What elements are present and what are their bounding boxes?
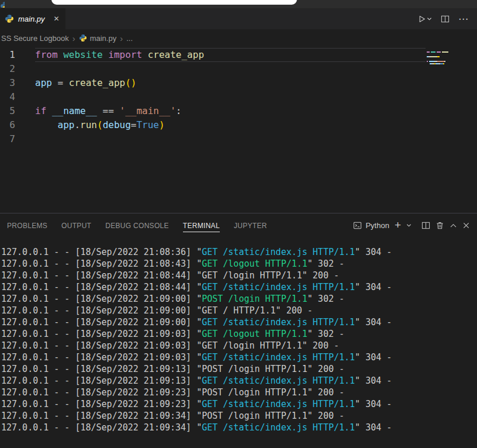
panel-actions: Python +	[353, 220, 477, 230]
terminal-line: 127.0.0.1 - - [18/Sep/2022 21:09:00] "GE…	[1, 305, 477, 316]
split-editor-icon	[441, 15, 450, 23]
new-terminal-button[interactable]: +	[395, 219, 401, 230]
bottom-panel: PROBLEMSOUTPUTDEBUG CONSOLETERMINALJUPYT…	[0, 213, 477, 433]
chevron-down-icon	[427, 17, 432, 21]
terminal-line: 127.0.0.1 - - [18/Sep/2022 21:09:34] "GE…	[1, 422, 477, 433]
breadcrumb-item[interactable]: main.py	[79, 34, 117, 43]
terminal-line: 127.0.0.1 - - [18/Sep/2022 21:09:00] "PO…	[1, 293, 477, 305]
line-number: 6	[0, 118, 15, 132]
terminal-profile[interactable]: Python	[353, 221, 389, 230]
terminal-line: 127.0.0.1 - - [18/Sep/2022 21:08:44] "GE…	[1, 270, 477, 281]
chevron-up-icon	[450, 223, 457, 228]
terminal-line: 127.0.0.1 - - [18/Sep/2022 21:08:43] "GE…	[1, 258, 477, 270]
terminal-line: 127.0.0.1 - - [18/Sep/2022 21:09:03] "GE…	[1, 351, 477, 363]
minimap-line	[427, 54, 450, 55]
close-tab-icon[interactable]: ✕	[54, 15, 60, 23]
code-line: if __name__ == '__main__':	[35, 104, 426, 118]
python-icon	[5, 14, 14, 23]
more-actions-button[interactable]: ⋯	[458, 13, 469, 25]
minimap-line	[427, 56, 450, 57]
code-line: app = create_app()	[35, 76, 426, 90]
code-line	[35, 132, 426, 146]
editor-code[interactable]: from website import create_appapp = crea…	[27, 48, 426, 213]
vscode-window: main.py ✕ ⋯ SS Secure Logbook› main.py›.…	[0, 0, 477, 433]
ellipsis-icon: ⋯	[458, 13, 469, 25]
editor-actions: ⋯	[417, 8, 477, 29]
edge-python-icon	[0, 1, 5, 8]
split-editor-button[interactable]	[441, 15, 450, 23]
kill-terminal-button[interactable]	[435, 221, 444, 230]
close-icon	[462, 222, 470, 229]
run-button[interactable]	[417, 15, 432, 23]
terminal-line: 127.0.0.1 - - [18/Sep/2022 21:09:23] "PO…	[1, 387, 477, 398]
terminal-icon	[353, 221, 362, 230]
panel-tab-debug-console[interactable]: DEBUG CONSOLE	[105, 218, 169, 232]
minimap[interactable]	[427, 51, 450, 68]
terminal-line: 127.0.0.1 - - [18/Sep/2022 21:09:00] "GE…	[1, 316, 477, 328]
code-line	[35, 90, 426, 104]
breadcrumb-item[interactable]: ...	[126, 34, 133, 43]
close-panel-button[interactable]	[462, 222, 470, 229]
maximize-panel-button[interactable]	[450, 223, 457, 228]
minimap-line	[427, 61, 450, 62]
breadcrumb-label: SS Secure Logbook	[1, 34, 69, 43]
minimap-line	[427, 66, 450, 67]
panel-header: PROBLEMSOUTPUTDEBUG CONSOLETERMINALJUPYT…	[0, 213, 477, 237]
code-line: app.run(debug=True)	[35, 118, 426, 132]
breadcrumb-item[interactable]: SS Secure Logbook	[1, 34, 69, 43]
line-number: 3	[0, 76, 15, 90]
terminal-line: 127.0.0.1 - - [18/Sep/2022 21:08:44] "GE…	[1, 281, 477, 293]
panel-tab-output[interactable]: OUTPUT	[61, 218, 91, 232]
terminal-line: 127.0.0.1 - - [18/Sep/2022 21:09:34] "PO…	[1, 410, 477, 422]
terminal-profile-label: Python	[365, 221, 389, 230]
terminal-dropdown-button[interactable]	[406, 223, 412, 228]
python-icon-slot	[5, 14, 14, 23]
editor-gutter: 1234567	[0, 48, 27, 213]
breadcrumb-label: ...	[126, 34, 133, 43]
trash-icon	[435, 221, 444, 230]
editor-tab-bar: main.py ✕ ⋯	[0, 8, 477, 29]
editor[interactable]: 1234567 from website import create_appap…	[0, 47, 477, 213]
line-number: 2	[0, 62, 15, 76]
terminal-line: 127.0.0.1 - - [18/Sep/2022 21:09:13] "PO…	[1, 363, 477, 375]
run-icon	[417, 15, 426, 23]
panel-tab-problems[interactable]: PROBLEMS	[7, 218, 47, 232]
minimap-line	[427, 58, 450, 60]
line-number: 5	[0, 104, 15, 118]
tab-title: main.py	[18, 15, 45, 23]
split-terminal-icon	[421, 221, 430, 230]
quick-input-popup[interactable]	[51, 0, 297, 5]
terminal-line: 127.0.0.1 - - [18/Sep/2022 21:09:23] "GE…	[1, 398, 477, 410]
line-number: 7	[0, 132, 15, 146]
terminal-line: 127.0.0.1 - - [18/Sep/2022 21:09:13] "GE…	[1, 375, 477, 387]
panel-tab-terminal[interactable]: TERMINAL	[183, 218, 220, 232]
code-line	[35, 62, 426, 76]
title-bar	[0, 0, 477, 8]
panel-tabs: PROBLEMSOUTPUTDEBUG CONSOLETERMINALJUPYT…	[0, 213, 274, 237]
code-line: from website import create_app	[35, 48, 426, 62]
breadcrumb-separator-icon: ›	[72, 33, 75, 43]
terminal-output[interactable]: 127.0.0.1 - - [18/Sep/2022 21:08:36] "GE…	[0, 237, 477, 433]
minimap-line	[427, 51, 450, 53]
tab-main-py[interactable]: main.py ✕	[0, 8, 65, 29]
split-terminal-button[interactable]	[421, 221, 430, 230]
line-number: 1	[0, 48, 15, 62]
chevron-down-icon	[406, 223, 412, 228]
python-icon	[0, 1, 5, 8]
breadcrumb-separator-icon: ›	[120, 33, 123, 43]
terminal-line: 127.0.0.1 - - [18/Sep/2022 21:08:36] "GE…	[1, 246, 477, 258]
minimap-line	[427, 63, 450, 64]
python-icon	[79, 34, 87, 42]
panel-tab-jupyter[interactable]: JUPYTER	[234, 218, 267, 232]
line-number: 4	[0, 90, 15, 104]
breadcrumb-label: main.py	[90, 34, 117, 43]
terminal-line: 127.0.0.1 - - [18/Sep/2022 21:09:03] "GE…	[1, 328, 477, 340]
breadcrumb: SS Secure Logbook› main.py›...	[0, 29, 477, 47]
terminal-line: 127.0.0.1 - - [18/Sep/2022 21:09:03] "GE…	[1, 340, 477, 351]
